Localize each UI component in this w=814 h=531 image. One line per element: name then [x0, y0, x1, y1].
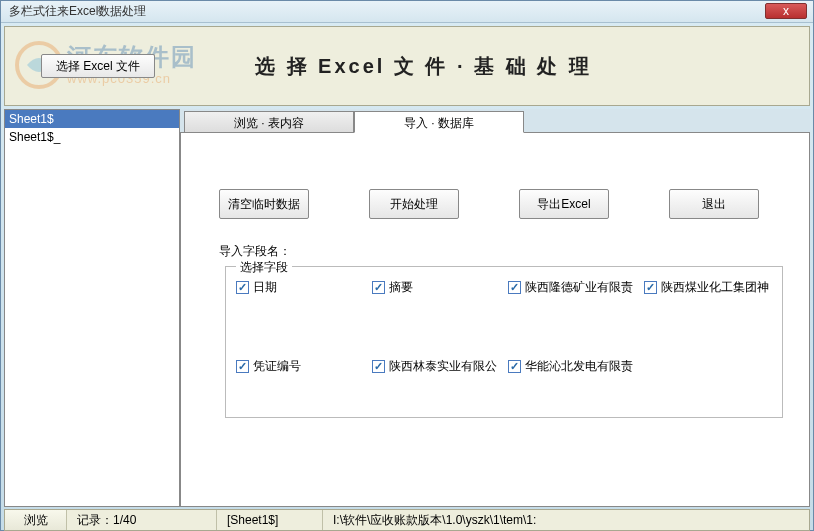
field-label: 凭证编号	[253, 358, 301, 375]
fields-grid: 日期 摘要 陕西隆德矿业有限责 陕西煤业化工集团神	[236, 279, 772, 375]
checkbox-icon	[644, 281, 657, 294]
field-label: 摘要	[389, 279, 413, 296]
field-checkbox-voucher[interactable]: 凭证编号	[236, 358, 364, 375]
start-process-button[interactable]: 开始处理	[369, 189, 459, 219]
checkbox-icon	[236, 281, 249, 294]
clear-temp-button[interactable]: 清空临时数据	[219, 189, 309, 219]
checkbox-icon	[236, 360, 249, 373]
select-excel-button[interactable]: 选择 Excel 文件	[41, 54, 155, 78]
fields-legend: 选择字段	[236, 259, 292, 276]
action-row: 清空临时数据 开始处理 导出Excel 退出	[219, 189, 791, 219]
checkbox-icon	[508, 360, 521, 373]
right-panel: 浏览 · 表内容 导入 · 数据库 清空临时数据 开始处理 导出Excel 退出…	[180, 109, 810, 507]
window-title: 多栏式往来Excel数据处理	[9, 3, 146, 20]
tabs: 浏览 · 表内容 导入 · 数据库	[180, 109, 810, 133]
field-label: 华能沁北发电有限责	[525, 358, 633, 375]
page-title: 选 择 Excel 文 件 · 基 础 处 理	[255, 53, 592, 80]
app-window: 多栏式往来Excel数据处理 x 河东软件园 www.pc0359.cn 选择 …	[0, 0, 814, 531]
checkbox-icon	[372, 281, 385, 294]
fields-title: 导入字段名：	[219, 243, 791, 260]
close-icon: x	[783, 4, 789, 18]
tab-browse[interactable]: 浏览 · 表内容	[184, 111, 354, 133]
field-label: 陕西煤业化工集团神	[661, 279, 769, 296]
sheet-list[interactable]: Sheet1$ Sheet1$_	[4, 109, 180, 507]
titlebar: 多栏式往来Excel数据处理 x	[1, 1, 813, 23]
field-checkbox-company4[interactable]: 华能沁北发电有限责	[508, 358, 636, 375]
main-area: Sheet1$ Sheet1$_ 浏览 · 表内容 导入 · 数据库 清空临时数…	[4, 109, 810, 507]
export-excel-button[interactable]: 导出Excel	[519, 189, 609, 219]
field-label: 陕西林泰实业有限公	[389, 358, 497, 375]
status-sheet: [Sheet1$]	[217, 510, 323, 530]
header-panel: 河东软件园 www.pc0359.cn 选择 Excel 文件 选 择 Exce…	[4, 26, 810, 106]
status-browse-button[interactable]: 浏览	[5, 510, 67, 530]
field-label: 陕西隆德矿业有限责	[525, 279, 633, 296]
checkbox-icon	[508, 281, 521, 294]
field-checkbox-summary[interactable]: 摘要	[372, 279, 500, 296]
close-button[interactable]: x	[765, 3, 807, 19]
statusbar: 浏览 记录：1/40 [Sheet1$] I:\软件\应收账款版本\1.0\ys…	[4, 509, 810, 531]
fields-fieldset: 选择字段 日期 摘要 陕西隆德矿业有限责	[225, 266, 783, 418]
status-path: I:\软件\应收账款版本\1.0\yszk\1\tem\1:	[323, 510, 809, 530]
tab-content-import: 清空临时数据 开始处理 导出Excel 退出 导入字段名： 选择字段 日期	[180, 132, 810, 507]
field-checkbox-company2[interactable]: 陕西煤业化工集团神	[644, 279, 772, 296]
checkbox-icon	[372, 360, 385, 373]
exit-button[interactable]: 退出	[669, 189, 759, 219]
field-checkbox-date[interactable]: 日期	[236, 279, 364, 296]
tab-import[interactable]: 导入 · 数据库	[354, 111, 524, 133]
sheet-list-item[interactable]: Sheet1$	[5, 110, 179, 128]
field-checkbox-company1[interactable]: 陕西隆德矿业有限责	[508, 279, 636, 296]
field-checkbox-company3[interactable]: 陕西林泰实业有限公	[372, 358, 500, 375]
field-label: 日期	[253, 279, 277, 296]
sheet-list-item[interactable]: Sheet1$_	[5, 128, 179, 146]
status-record: 记录：1/40	[67, 510, 217, 530]
